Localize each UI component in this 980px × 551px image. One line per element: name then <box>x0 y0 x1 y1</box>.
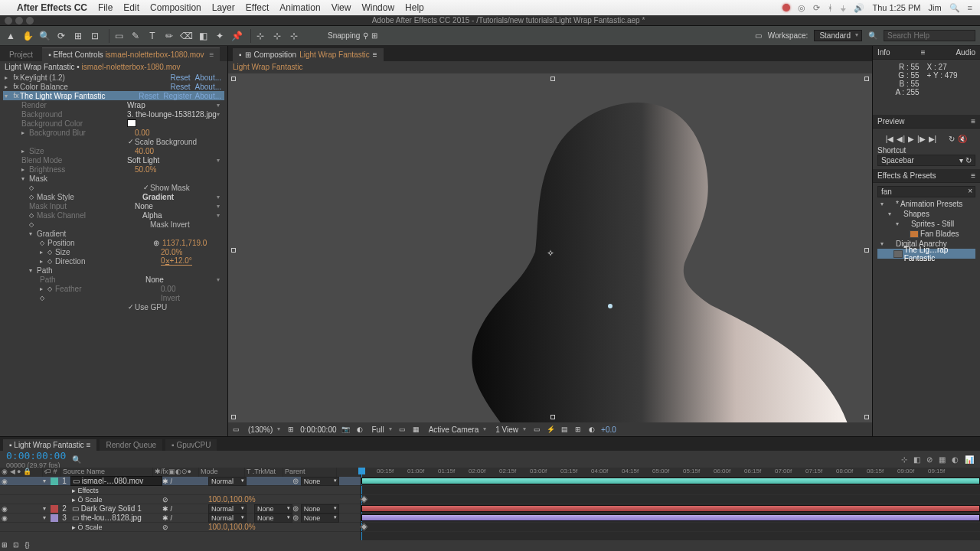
world-axis-icon[interactable]: ⊹ <box>271 30 283 42</box>
wifi-icon[interactable]: ⏚ <box>841 3 846 12</box>
timeline-tab-gpuvcpu[interactable]: ▪ GpuvCPU <box>165 439 217 451</box>
param-show-mask[interactable]: ◇Show Mask <box>3 183 224 192</box>
param-render[interactable]: RenderWrap▾ <box>3 100 224 109</box>
fx-color-balance[interactable]: fxColor BalanceResetAbout... <box>3 82 224 91</box>
record-icon[interactable] <box>782 4 790 11</box>
current-time[interactable]: 0:00:00:00 <box>300 425 336 434</box>
timeline-layer-row[interactable]: ◉▾3▭ the-lou…8128.jpg✱ /NormalNone⊚ None <box>0 514 361 523</box>
checkbox-icon[interactable] <box>127 303 135 311</box>
anchor-point-icon[interactable]: ✧ <box>547 248 556 257</box>
magnification-dropdown[interactable]: (130%) <box>245 425 282 434</box>
roto-tool-icon[interactable]: ✦ <box>214 30 226 42</box>
timeline-layer-row[interactable]: ◉▾1▭ ismael-…080.mov✱ /Normal⊚ None <box>0 477 361 486</box>
param-background[interactable]: Background3. the-lounge-1538128.jpg▾ <box>3 109 224 119</box>
menu-composition[interactable]: Composition <box>150 2 201 13</box>
param-brightness[interactable]: Brightness50.0% <box>3 165 224 174</box>
timeline-layer-row[interactable]: ◉▾2▭ Dark Gray Solid 1✱ /NormalNone⊚ Non… <box>0 504 361 514</box>
param-blend-mode[interactable]: Blend ModeSoft Light▾ <box>3 155 224 165</box>
menu-layer[interactable]: Layer <box>212 2 235 13</box>
traffic-close[interactable] <box>5 17 12 24</box>
param-mask-input[interactable]: Mask InputNone▾ <box>3 201 224 210</box>
vp-breadcrumb[interactable]: Light Wrap Fantastic <box>233 63 303 71</box>
timeline-property-row[interactable]: ▸ Ö Scale⊘100.0,100.0% <box>0 495 361 504</box>
brackets-icon[interactable]: {} <box>23 540 32 549</box>
ep-tree-item[interactable]: The Lig…rap Fantastic <box>877 249 975 259</box>
panel-menu-icon[interactable]: ≡ <box>971 117 975 126</box>
timeline-icon[interactable]: ▤ <box>560 425 569 434</box>
effect-controls-tab[interactable]: ▪ Effect Controls ismael-noletterbox-108… <box>42 47 220 61</box>
selection-tool-icon[interactable]: ▲ <box>5 30 17 42</box>
composition-tab[interactable]: ▪ ⊞ Composition Light Wrap Fantastic ≡ <box>233 48 384 61</box>
param-mask-invert[interactable]: ◇Mask Invert <box>3 220 224 229</box>
last-frame-icon[interactable]: ▶| <box>929 135 937 143</box>
draft-3d-icon[interactable]: ◧ <box>913 455 920 464</box>
transparency-grid-icon[interactable]: ▦ <box>412 425 421 434</box>
timeline-tab-render-queue[interactable]: Render Queue <box>100 439 162 451</box>
bbox-handle[interactable] <box>231 77 236 81</box>
group-path[interactable]: Path <box>3 266 224 275</box>
audio-tab[interactable]: Audio <box>956 48 975 57</box>
eraser-tool-icon[interactable]: ◧ <box>197 30 209 42</box>
project-tab[interactable]: Project <box>3 48 39 61</box>
user-name[interactable]: Jim <box>928 3 941 12</box>
cloud-sync-icon[interactable]: ▭ <box>755 31 762 40</box>
mute-icon[interactable]: 🔇 <box>958 135 967 143</box>
checkbox-icon[interactable] <box>142 184 150 191</box>
zoom-tool-icon[interactable]: 🔍 <box>38 30 51 42</box>
always-preview-icon[interactable]: ▭ <box>231 425 240 434</box>
snapping-toggle[interactable]: Snapping ⚲ ⊞ <box>328 31 377 40</box>
rectangle-tool-icon[interactable]: ▭ <box>113 30 125 42</box>
volume-icon[interactable]: 🔊 <box>854 3 864 13</box>
param-position[interactable]: ◇Position⊕1137.1,719.0 <box>3 238 224 247</box>
local-axis-icon[interactable]: ⊹ <box>254 30 266 42</box>
ep-tree-item[interactable]: ▾Shapes <box>877 209 975 219</box>
loop-icon[interactable]: ↻ <box>949 135 955 143</box>
bbox-handle[interactable] <box>231 415 236 419</box>
sync-icon[interactable]: ⟳ <box>813 3 820 13</box>
flowchart-icon[interactable]: ⊞ <box>245 51 251 59</box>
param-feather[interactable]: ◇Feather0.00 <box>3 284 224 293</box>
ec-layer[interactable]: ismael-noletterbox-1080.mov <box>82 63 181 71</box>
bbox-handle[interactable] <box>864 248 869 253</box>
param-bg-color[interactable]: Background Color <box>3 119 224 128</box>
bbox-handle[interactable] <box>864 415 869 419</box>
rotate-tool-icon[interactable]: ⟳ <box>55 30 67 42</box>
param-bg-blur[interactable]: Background Blur0.00 <box>3 128 224 137</box>
workspace-dropdown[interactable]: Standard <box>814 30 862 41</box>
show-channel-icon[interactable]: ◐ <box>355 425 364 434</box>
search-help-input[interactable] <box>884 30 975 41</box>
reset-exposure-icon[interactable]: ◐ <box>587 425 596 434</box>
ep-tree-item[interactable]: Fan Blades <box>877 229 975 239</box>
traffic-min[interactable] <box>15 17 23 24</box>
type-tool-icon[interactable]: T <box>146 30 158 42</box>
spotlight-icon[interactable]: 🔍 <box>949 3 960 13</box>
clear-search-icon[interactable]: × <box>968 187 972 195</box>
timeline-property-row[interactable]: ▸ Effects <box>0 486 361 495</box>
group-gradient[interactable]: Gradient <box>3 229 224 238</box>
snapshot-icon[interactable]: 📷 <box>341 425 351 434</box>
hide-shy-icon[interactable]: ⊘ <box>926 455 933 464</box>
panel-menu-icon[interactable]: ≡ <box>971 171 975 180</box>
param-path-src[interactable]: PathNone▾ <box>3 275 224 284</box>
time-ruler[interactable]: 00:15f01:00f01:15f02:00f02:15f03:00f03:1… <box>361 468 980 477</box>
menu-view[interactable]: View <box>332 2 351 13</box>
next-frame-icon[interactable]: |▶ <box>917 135 926 143</box>
bbox-handle[interactable] <box>550 415 555 419</box>
cc-icon[interactable]: ◎ <box>798 3 805 13</box>
menu-effect[interactable]: Effect <box>246 2 269 13</box>
camera-tool-icon[interactable]: ⊞ <box>72 30 84 42</box>
3d-view-dropdown[interactable]: Active Camera <box>426 425 488 434</box>
effects-search-input[interactable] <box>877 186 975 197</box>
ep-tree-item[interactable]: ▾* Animation Presets <box>877 199 975 209</box>
fx-light-wrap[interactable]: fxThe Light Wrap FantasticResetRegisterA… <box>3 91 224 100</box>
param-direction[interactable]: ◇Direction0x̲+12.0° <box>3 256 224 266</box>
resolution-icon[interactable]: ⊞ <box>286 425 296 434</box>
notifications-icon[interactable]: ≡ <box>968 3 972 12</box>
info-panel-header[interactable]: Info≡Audio <box>873 46 980 60</box>
shortcut-dropdown[interactable]: Spacebar▾ ↻ <box>877 155 975 166</box>
param-use-gpu[interactable]: Use GPU <box>3 302 224 311</box>
clock[interactable]: Thu 1:25 PM <box>872 3 920 12</box>
graph-editor-icon[interactable]: 📊 <box>965 455 974 464</box>
pixel-aspect-icon[interactable]: ▭ <box>532 425 541 434</box>
viewport-canvas[interactable]: ✧ <box>228 73 872 422</box>
